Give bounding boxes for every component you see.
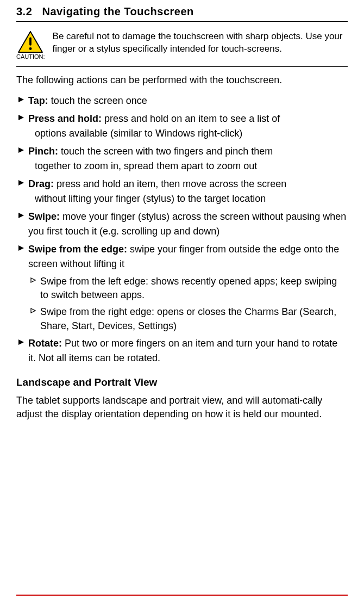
item-bold: Drag: — [28, 178, 54, 189]
triangle-bullet-icon — [18, 339, 24, 345]
item-bold: Tap: — [28, 95, 48, 106]
triangle-bullet-icon — [18, 115, 24, 120]
item-text: press and hold on an item to see a list … — [102, 113, 280, 124]
triangle-bullet-icon — [18, 97, 24, 102]
sub-list-item: Swipe from the right edge: opens or clos… — [40, 305, 348, 332]
triangle-bullet-icon — [18, 180, 24, 186]
item-text: touch the screen once — [48, 95, 147, 106]
sub-item-text: Swipe from the left edge: shows recently… — [40, 276, 337, 300]
item-continuation: together to zoom in, spread them apart t… — [28, 159, 348, 174]
gesture-list: Tap: touch the screen once Press and hol… — [16, 94, 348, 366]
item-bold: Rotate: — [28, 338, 62, 349]
section-number: 3.2 — [16, 5, 32, 17]
item-text: touch the screen with two fingers and pi… — [58, 146, 273, 157]
svg-marker-5 — [18, 147, 24, 153]
intro-text: The following actions can be performed w… — [16, 75, 348, 86]
sub-item-text: Swipe from the right edge: opens or clos… — [40, 306, 336, 331]
section-heading: 3.2 Navigating the Touchscreen — [16, 5, 348, 22]
triangle-bullet-icon — [18, 213, 24, 218]
item-bold: Press and hold: — [28, 113, 102, 124]
body-paragraph: The tablet supports landscape and portra… — [16, 394, 348, 421]
item-text: Put two or more fingers on an item and t… — [28, 338, 337, 363]
list-item: Rotate: Put two or more fingers on an it… — [28, 336, 348, 366]
item-bold: Swipe from the edge: — [28, 244, 127, 255]
triangle-outline-icon — [30, 277, 36, 283]
item-text: press and hold an item, then move across… — [54, 178, 286, 189]
svg-marker-3 — [18, 97, 24, 102]
list-item: Swipe: move your finger (stylus) across … — [28, 209, 348, 239]
svg-marker-4 — [18, 115, 24, 120]
svg-marker-6 — [18, 180, 24, 186]
sub-list: Swipe from the left edge: shows recently… — [28, 275, 348, 333]
caution-block: CAUTION: Be careful not to damage the to… — [16, 26, 348, 67]
list-item: Tap: touch the screen once — [28, 94, 348, 108]
svg-marker-7 — [18, 213, 24, 218]
list-item: Press and hold: press and hold on an ite… — [28, 112, 348, 141]
item-continuation: without lifting your finger (stylus) to … — [28, 191, 348, 206]
svg-marker-8 — [18, 245, 24, 251]
item-continuation: options available (similar to Windows ri… — [28, 126, 348, 141]
caution-text: Be careful not to damage the touchscreen… — [53, 30, 348, 55]
item-bold: Pinch: — [28, 146, 58, 157]
svg-point-2 — [29, 47, 32, 50]
svg-rect-1 — [29, 37, 32, 45]
svg-marker-10 — [31, 308, 35, 313]
list-item: Pinch: touch the screen with two fingers… — [28, 144, 348, 174]
list-item: Swipe from the edge: swipe your finger f… — [28, 242, 348, 333]
caution-label: CAUTION: — [16, 53, 45, 60]
sub-heading: Landscape and Portrait View — [16, 376, 348, 388]
svg-marker-9 — [31, 278, 35, 282]
sub-list-item: Swipe from the left edge: shows recently… — [40, 275, 348, 302]
triangle-bullet-icon — [18, 245, 24, 251]
triangle-outline-icon — [30, 308, 36, 313]
item-text: move your finger (stylus) across the scr… — [28, 211, 346, 237]
footer-rule — [16, 595, 348, 596]
section-title-text: Navigating the Touchscreen — [42, 5, 193, 17]
triangle-bullet-icon — [18, 147, 24, 153]
list-item: Drag: press and hold an item, then move … — [28, 177, 348, 206]
item-bold: Swipe: — [28, 211, 60, 222]
svg-marker-11 — [18, 339, 24, 345]
caution-icon: CAUTION: — [16, 30, 45, 60]
